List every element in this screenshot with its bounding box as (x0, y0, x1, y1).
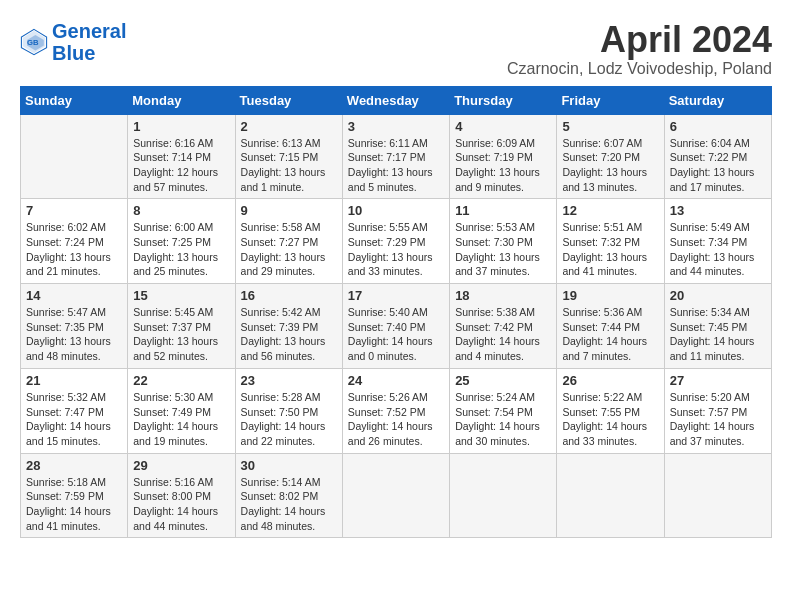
logo: GB General Blue (20, 20, 126, 64)
week-row-1: 1Sunrise: 6:16 AMSunset: 7:14 PMDaylight… (21, 114, 772, 199)
day-number: 13 (670, 203, 766, 218)
calendar-cell: 18Sunrise: 5:38 AMSunset: 7:42 PMDayligh… (450, 284, 557, 369)
day-info: Sunrise: 5:38 AMSunset: 7:42 PMDaylight:… (455, 305, 551, 364)
month-title: April 2024 (507, 20, 772, 60)
calendar-cell (664, 453, 771, 538)
logo-text: General Blue (52, 20, 126, 64)
calendar-cell: 30Sunrise: 5:14 AMSunset: 8:02 PMDayligh… (235, 453, 342, 538)
svg-text:GB: GB (27, 38, 39, 47)
day-info: Sunrise: 5:30 AMSunset: 7:49 PMDaylight:… (133, 390, 229, 449)
day-number: 4 (455, 119, 551, 134)
day-info: Sunrise: 5:47 AMSunset: 7:35 PMDaylight:… (26, 305, 122, 364)
day-info: Sunrise: 6:16 AMSunset: 7:14 PMDaylight:… (133, 136, 229, 195)
day-info: Sunrise: 6:04 AMSunset: 7:22 PMDaylight:… (670, 136, 766, 195)
day-info: Sunrise: 5:18 AMSunset: 7:59 PMDaylight:… (26, 475, 122, 534)
calendar-cell: 19Sunrise: 5:36 AMSunset: 7:44 PMDayligh… (557, 284, 664, 369)
day-info: Sunrise: 5:32 AMSunset: 7:47 PMDaylight:… (26, 390, 122, 449)
day-info: Sunrise: 5:28 AMSunset: 7:50 PMDaylight:… (241, 390, 337, 449)
day-info: Sunrise: 5:51 AMSunset: 7:32 PMDaylight:… (562, 220, 658, 279)
calendar-cell: 4Sunrise: 6:09 AMSunset: 7:19 PMDaylight… (450, 114, 557, 199)
calendar-cell: 22Sunrise: 5:30 AMSunset: 7:49 PMDayligh… (128, 368, 235, 453)
day-number: 28 (26, 458, 122, 473)
day-number: 3 (348, 119, 444, 134)
calendar-cell: 14Sunrise: 5:47 AMSunset: 7:35 PMDayligh… (21, 284, 128, 369)
day-number: 30 (241, 458, 337, 473)
day-number: 20 (670, 288, 766, 303)
calendar-cell: 5Sunrise: 6:07 AMSunset: 7:20 PMDaylight… (557, 114, 664, 199)
weekday-header-wednesday: Wednesday (342, 86, 449, 114)
weekday-header-thursday: Thursday (450, 86, 557, 114)
week-row-4: 21Sunrise: 5:32 AMSunset: 7:47 PMDayligh… (21, 368, 772, 453)
day-number: 8 (133, 203, 229, 218)
day-number: 29 (133, 458, 229, 473)
day-info: Sunrise: 5:40 AMSunset: 7:40 PMDaylight:… (348, 305, 444, 364)
day-info: Sunrise: 5:14 AMSunset: 8:02 PMDaylight:… (241, 475, 337, 534)
calendar-cell: 8Sunrise: 6:00 AMSunset: 7:25 PMDaylight… (128, 199, 235, 284)
calendar-cell: 12Sunrise: 5:51 AMSunset: 7:32 PMDayligh… (557, 199, 664, 284)
week-row-2: 7Sunrise: 6:02 AMSunset: 7:24 PMDaylight… (21, 199, 772, 284)
day-info: Sunrise: 5:45 AMSunset: 7:37 PMDaylight:… (133, 305, 229, 364)
weekday-header-saturday: Saturday (664, 86, 771, 114)
calendar-table: SundayMondayTuesdayWednesdayThursdayFrid… (20, 86, 772, 539)
title-block: April 2024 Czarnocin, Lodz Voivodeship, … (507, 20, 772, 78)
day-info: Sunrise: 5:34 AMSunset: 7:45 PMDaylight:… (670, 305, 766, 364)
calendar-cell: 13Sunrise: 5:49 AMSunset: 7:34 PMDayligh… (664, 199, 771, 284)
day-number: 17 (348, 288, 444, 303)
calendar-cell (450, 453, 557, 538)
calendar-cell: 23Sunrise: 5:28 AMSunset: 7:50 PMDayligh… (235, 368, 342, 453)
day-info: Sunrise: 6:07 AMSunset: 7:20 PMDaylight:… (562, 136, 658, 195)
day-info: Sunrise: 5:22 AMSunset: 7:55 PMDaylight:… (562, 390, 658, 449)
calendar-cell: 20Sunrise: 5:34 AMSunset: 7:45 PMDayligh… (664, 284, 771, 369)
day-info: Sunrise: 6:02 AMSunset: 7:24 PMDaylight:… (26, 220, 122, 279)
day-number: 25 (455, 373, 551, 388)
day-number: 7 (26, 203, 122, 218)
week-row-5: 28Sunrise: 5:18 AMSunset: 7:59 PMDayligh… (21, 453, 772, 538)
calendar-cell: 27Sunrise: 5:20 AMSunset: 7:57 PMDayligh… (664, 368, 771, 453)
day-number: 26 (562, 373, 658, 388)
calendar-cell: 11Sunrise: 5:53 AMSunset: 7:30 PMDayligh… (450, 199, 557, 284)
weekday-header-tuesday: Tuesday (235, 86, 342, 114)
calendar-cell: 10Sunrise: 5:55 AMSunset: 7:29 PMDayligh… (342, 199, 449, 284)
day-number: 22 (133, 373, 229, 388)
weekday-header-sunday: Sunday (21, 86, 128, 114)
calendar-cell: 3Sunrise: 6:11 AMSunset: 7:17 PMDaylight… (342, 114, 449, 199)
weekday-header-monday: Monday (128, 86, 235, 114)
calendar-cell: 9Sunrise: 5:58 AMSunset: 7:27 PMDaylight… (235, 199, 342, 284)
day-number: 2 (241, 119, 337, 134)
day-info: Sunrise: 6:11 AMSunset: 7:17 PMDaylight:… (348, 136, 444, 195)
day-info: Sunrise: 5:26 AMSunset: 7:52 PMDaylight:… (348, 390, 444, 449)
day-number: 9 (241, 203, 337, 218)
calendar-cell (342, 453, 449, 538)
day-number: 24 (348, 373, 444, 388)
day-info: Sunrise: 6:13 AMSunset: 7:15 PMDaylight:… (241, 136, 337, 195)
calendar-cell: 17Sunrise: 5:40 AMSunset: 7:40 PMDayligh… (342, 284, 449, 369)
day-number: 1 (133, 119, 229, 134)
week-row-3: 14Sunrise: 5:47 AMSunset: 7:35 PMDayligh… (21, 284, 772, 369)
calendar-cell (557, 453, 664, 538)
day-info: Sunrise: 5:58 AMSunset: 7:27 PMDaylight:… (241, 220, 337, 279)
day-number: 6 (670, 119, 766, 134)
calendar-cell: 29Sunrise: 5:16 AMSunset: 8:00 PMDayligh… (128, 453, 235, 538)
day-number: 12 (562, 203, 658, 218)
logo-icon: GB (20, 28, 48, 56)
day-number: 14 (26, 288, 122, 303)
day-info: Sunrise: 5:36 AMSunset: 7:44 PMDaylight:… (562, 305, 658, 364)
calendar-cell: 15Sunrise: 5:45 AMSunset: 7:37 PMDayligh… (128, 284, 235, 369)
calendar-cell: 7Sunrise: 6:02 AMSunset: 7:24 PMDaylight… (21, 199, 128, 284)
day-number: 15 (133, 288, 229, 303)
day-number: 27 (670, 373, 766, 388)
day-info: Sunrise: 5:55 AMSunset: 7:29 PMDaylight:… (348, 220, 444, 279)
day-number: 21 (26, 373, 122, 388)
calendar-cell (21, 114, 128, 199)
day-info: Sunrise: 5:53 AMSunset: 7:30 PMDaylight:… (455, 220, 551, 279)
day-info: Sunrise: 5:49 AMSunset: 7:34 PMDaylight:… (670, 220, 766, 279)
calendar-cell: 21Sunrise: 5:32 AMSunset: 7:47 PMDayligh… (21, 368, 128, 453)
calendar-cell: 16Sunrise: 5:42 AMSunset: 7:39 PMDayligh… (235, 284, 342, 369)
day-info: Sunrise: 6:09 AMSunset: 7:19 PMDaylight:… (455, 136, 551, 195)
day-number: 18 (455, 288, 551, 303)
calendar-cell: 2Sunrise: 6:13 AMSunset: 7:15 PMDaylight… (235, 114, 342, 199)
weekday-header-friday: Friday (557, 86, 664, 114)
calendar-cell: 26Sunrise: 5:22 AMSunset: 7:55 PMDayligh… (557, 368, 664, 453)
day-number: 16 (241, 288, 337, 303)
weekday-header-row: SundayMondayTuesdayWednesdayThursdayFrid… (21, 86, 772, 114)
